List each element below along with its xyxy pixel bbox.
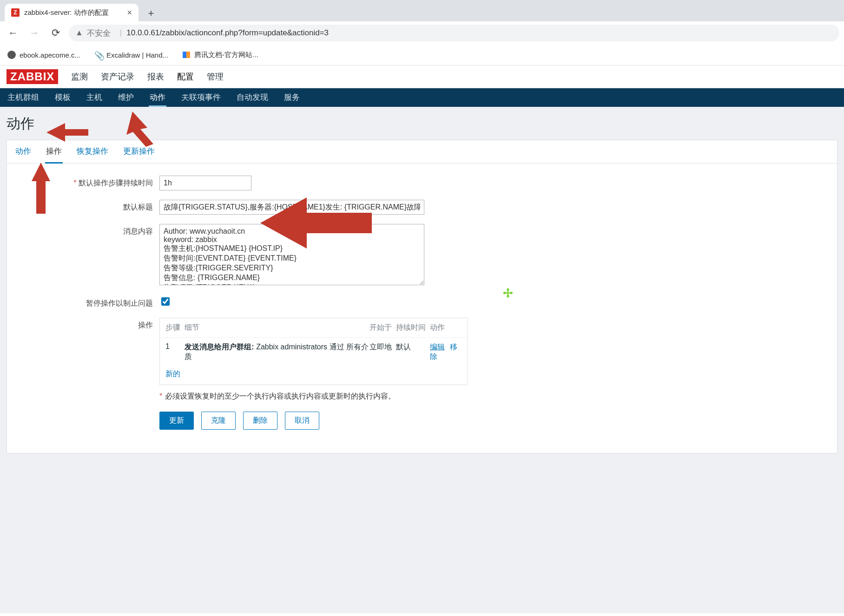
subnav-services[interactable]: 服务 [283,88,301,107]
topnav-reports[interactable]: 报表 [147,71,164,82]
address-bar: ← → ⟳ ▲ 不安全 | 10.0.0.61/zabbix/actioncon… [0,21,844,45]
ops-duration: 默认 [396,342,430,362]
zabbix-favicon-icon: Z [11,8,20,17]
docs-icon [182,51,191,59]
new-tab-button[interactable]: + [143,6,159,21]
ops-label: 操作 [18,318,159,330]
forward-button[interactable]: → [26,25,43,41]
operations-table: 步骤 细节 开始于 持续时间 动作 1 发送消息给用户群组: Zabbix ad… [159,318,468,385]
cancel-button[interactable]: 取消 [285,412,319,430]
subnav-hosts[interactable]: 主机 [86,88,103,107]
ops-step: 1 [165,342,185,362]
pause-checkbox[interactable] [161,297,170,306]
ops-h-step: 步骤 [165,323,185,333]
operations-form: 默认操作步骤持续时间 默认标题 消息内容 Author: www.yuchaoi… [7,164,837,453]
button-row: 更新 克隆 删除 取消 [159,412,468,430]
clone-button[interactable]: 克隆 [201,412,236,430]
ops-h-duration: 持续时间 [396,323,430,333]
delete-button[interactable]: 删除 [243,412,277,430]
ops-edit-link[interactable]: 编辑 [430,343,445,351]
ops-start: 立即地 [369,342,396,362]
paperclip-icon: 📎 [94,51,103,59]
ops-actions: 编辑 移除 [430,342,462,362]
back-button[interactable]: ← [5,25,21,41]
subnav-maintenance[interactable]: 维护 [117,88,135,107]
update-button[interactable]: 更新 [159,412,194,430]
security-label: 不安全 [87,28,111,39]
subnav-actions[interactable]: 动作 [149,88,166,107]
move-icon: ✢ [503,286,513,301]
tab-strip: Z zabbix4-server: 动作的配置 × + [0,0,844,21]
ops-header-row: 步骤 细节 开始于 持续时间 动作 [160,318,468,338]
reload-button[interactable]: ⟳ [47,25,64,41]
insecure-icon: ▲ [75,28,83,38]
browser-tab[interactable]: Z zabbix4-server: 动作的配置 × [5,4,138,21]
ops-detail: 发送消息给用户群组: Zabbix administrators 通过 所有介质 [185,342,369,362]
browser-chrome: Z zabbix4-server: 动作的配置 × + ← → ⟳ ▲ 不安全 … [0,0,844,66]
message-label: 消息内容 [18,224,159,236]
panel-tabs: 动作 操作 恢复操作 更新操作 [7,140,837,164]
recovery-note: *必须设置恢复时的至少一个执行内容或执行内容或更新时的执行内容。 [159,392,468,401]
topnav-configuration[interactable]: 配置 [177,71,194,82]
svg-rect-1 [186,52,190,58]
tab-update[interactable]: 更新操作 [122,140,156,163]
pause-label: 暂停操作以制止问题 [18,296,159,308]
duration-input[interactable] [159,176,251,190]
ops-h-detail: 细节 [185,323,369,333]
tab-recovery[interactable]: 恢复操作 [76,140,109,163]
subject-label: 默认标题 [18,200,159,212]
ops-h-action: 动作 [430,323,462,333]
config-panel: 动作 操作 恢复操作 更新操作 默认操作步骤持续时间 默认标题 消息内容 [7,140,837,453]
message-textarea[interactable]: Author: www.yuchaoit.cn keyword: zabbix … [159,224,424,285]
subject-input[interactable] [159,200,424,215]
url-text: 10.0.0.61/zabbix/actionconf.php?form=upd… [126,28,329,38]
topnav-inventory[interactable]: 资产记录 [101,71,134,82]
url-field[interactable]: ▲ 不安全 | 10.0.0.61/zabbix/actionconf.php?… [69,25,839,41]
tab-action[interactable]: 动作 [14,140,32,163]
bookmarks-bar: ebook.apecome.c... 📎 Excalidraw | Hand..… [0,45,844,66]
subnav-discovery[interactable]: 自动发现 [236,88,269,107]
zabbix-sub-nav: 主机群组 模板 主机 维护 动作 关联项事件 自动发现 服务 [0,88,844,107]
close-icon[interactable]: × [127,8,132,18]
svg-rect-0 [183,52,186,58]
page-body: 动作 动作 操作 恢复操作 更新操作 默认操作步骤持续时间 默认标题 消 [0,107,844,613]
tab-title: zabbix4-server: 动作的配置 [24,8,122,17]
ops-h-start: 开始于 [369,323,396,333]
subnav-hostgroups[interactable]: 主机群组 [7,88,40,107]
tab-operations[interactable]: 操作 [45,140,63,164]
subnav-templates[interactable]: 模板 [54,88,72,107]
ops-new-link[interactable]: 新的 [165,370,180,378]
page-title: 动作 [7,114,837,133]
topnav-administration[interactable]: 管理 [207,71,224,82]
bookmark-ebook[interactable]: ebook.apecome.c... [7,51,80,59]
topnav-monitoring[interactable]: 监测 [71,71,88,82]
zabbix-top-nav: ZABBIX 监测 资产记录 报表 配置 管理 [0,66,844,88]
globe-icon [7,51,16,59]
duration-label: 默认操作步骤持续时间 [18,176,159,188]
bookmark-excalidraw[interactable]: 📎 Excalidraw | Hand... [94,51,168,59]
ops-data-row: 1 发送消息给用户群组: Zabbix administrators 通过 所有… [160,338,468,367]
bookmark-tencent-docs[interactable]: 腾讯文档-官方网站... [182,51,258,59]
zabbix-logo[interactable]: ZABBIX [7,69,58,84]
